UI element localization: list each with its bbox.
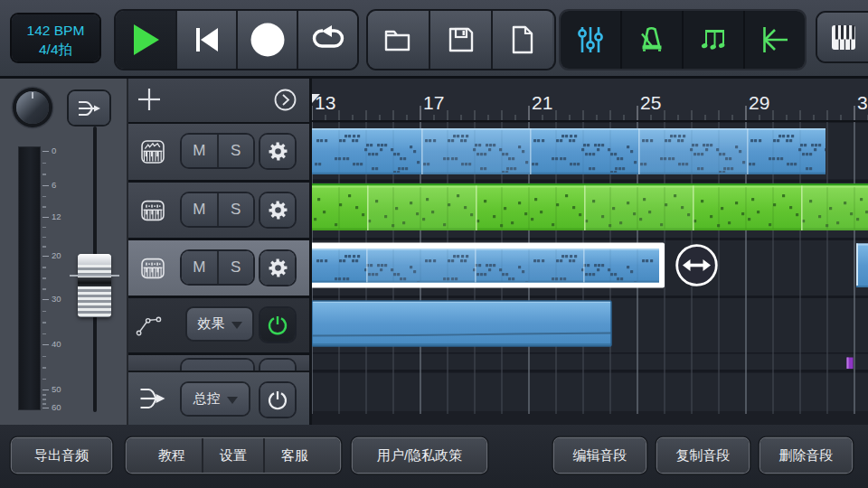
svg-text:21: 21 xyxy=(532,92,552,113)
svg-text:25: 25 xyxy=(640,92,661,113)
svg-text:17: 17 xyxy=(423,92,444,113)
svg-text:33: 33 xyxy=(857,92,868,113)
svg-text:29: 29 xyxy=(749,92,769,113)
